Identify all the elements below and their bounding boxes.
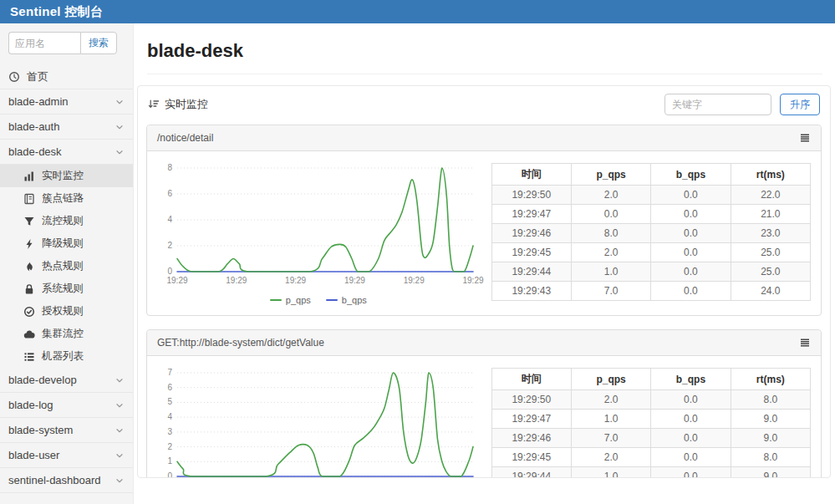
sidebar-item-label: blade-log <box>8 399 115 411</box>
table-row: 19:29:437.00.024.0 <box>491 282 810 301</box>
table-cell: 9.0 <box>731 429 810 448</box>
svg-text:6: 6 <box>167 189 172 198</box>
top-header: Sentinel 控制台 <box>0 0 835 23</box>
svg-text:19:29: 19:29 <box>404 276 425 285</box>
sidebar-item-blade-system[interactable]: blade-system <box>0 418 133 443</box>
sidebar-item-blade-develop[interactable]: blade-develop <box>0 368 133 393</box>
resource-panels: /notice/detail 0246819:2919:2919:2919:29… <box>138 125 830 478</box>
sidebar-item-label: 集群流控 <box>42 327 125 341</box>
sidebar-item-label: blade-auth <box>8 120 115 133</box>
table-cell: 0.0 <box>651 205 731 224</box>
table-cell: 1.0 <box>571 410 650 429</box>
table-header-cell: 时间 <box>491 164 571 186</box>
table-cell: 0.0 <box>651 467 731 479</box>
table-row: 19:29:470.00.021.0 <box>491 205 810 224</box>
chevron-down-icon <box>115 400 125 410</box>
sidebar-item-blade-desk[interactable]: blade-desk <box>0 140 133 165</box>
table-header-cell: b_qps <box>651 164 731 186</box>
legend-marker <box>270 299 282 301</box>
filter-icon <box>23 216 35 227</box>
app-search-button[interactable]: 搜索 <box>80 32 117 54</box>
table-row: 19:29:452.00.08.0 <box>491 448 810 467</box>
chevron-down-icon <box>115 476 125 486</box>
menu-icon[interactable] <box>799 132 811 144</box>
table-cell: 19:29:44 <box>491 262 571 282</box>
sidebar-item-blade-admin[interactable]: blade-admin <box>0 89 133 115</box>
sidebar-item-authority-rules[interactable]: 授权规则 <box>0 300 133 323</box>
table-cell: 0.0 <box>651 448 731 467</box>
table-header-cell: p_qps <box>571 164 650 186</box>
table-header-cell: rt(ms) <box>731 164 810 186</box>
sidebar-item-sentinel-dashboard[interactable]: sentinel-dashboard <box>0 468 133 493</box>
svg-text:0: 0 <box>167 471 172 478</box>
metrics-table: 时间p_qpsb_qpsrt(ms)19:29:502.00.022.019:2… <box>491 163 811 301</box>
svg-text:8: 8 <box>167 163 172 172</box>
sidebar-item-blade-log[interactable]: blade-log <box>0 393 133 418</box>
bolt-icon <box>23 238 35 250</box>
chevron-down-icon <box>115 425 125 435</box>
app-search-group: 搜索 <box>8 32 125 54</box>
table-cell: 8.0 <box>731 448 810 467</box>
sidebar-item-home[interactable]: 首页 <box>0 64 133 89</box>
sidebar-item-degrade-rules[interactable]: 降级规则 <box>0 232 133 255</box>
svg-text:19:29: 19:29 <box>226 276 247 285</box>
menu-icon[interactable] <box>799 337 811 349</box>
sidebar-item-flow-rules[interactable]: 流控规则 <box>0 210 133 232</box>
table-header-cell: p_qps <box>571 369 650 390</box>
table-cell: 2.0 <box>571 390 650 410</box>
title-divider <box>147 74 822 74</box>
legend-label: p_qps <box>286 295 311 305</box>
sidebar-item-system-rules[interactable]: 系统规则 <box>0 277 133 300</box>
list-icon <box>23 351 35 363</box>
sidebar-item-realtime-monitor[interactable]: 实时监控 <box>0 165 133 187</box>
table-cell: 24.0 <box>731 282 810 301</box>
sidebar-item-machine-list[interactable]: 机器列表 <box>0 345 133 368</box>
svg-text:19:29: 19:29 <box>166 276 187 285</box>
sidebar-item-hotspot-rules[interactable]: 热点规则 <box>0 255 133 277</box>
sidebar-item-cluster-flow[interactable]: 集群流控 <box>0 323 133 345</box>
table-cell: 19:29:47 <box>491 410 571 429</box>
sidebar-item-label: 授权规则 <box>42 304 125 318</box>
table-cell: 0.0 <box>651 282 731 301</box>
table-cell: 0.0 <box>651 390 731 410</box>
svg-text:4: 4 <box>167 215 172 224</box>
table-cell: 2.0 <box>571 243 650 262</box>
ascend-button[interactable]: 升序 <box>780 94 820 115</box>
table-cell: 0.0 <box>651 243 731 262</box>
monitor-toolbar: 实时监控 升序 <box>138 86 830 121</box>
table-cell: 19:29:44 <box>491 467 571 479</box>
sidebar-item-label: 实时监控 <box>42 169 125 183</box>
table-cell: 7.0 <box>571 282 650 301</box>
table-header-cell: rt(ms) <box>731 369 810 390</box>
svg-text:19:29: 19:29 <box>462 276 483 285</box>
table-cell: 8.0 <box>731 390 810 410</box>
svg-text:19:29: 19:29 <box>285 276 306 285</box>
table-cell: 19:29:46 <box>491 429 571 448</box>
chevron-down-icon <box>115 451 125 461</box>
table-row: 19:29:502.00.022.0 <box>491 186 810 205</box>
sidebar: 搜索 首页 blade-admin blade-auth blade-desk <box>0 23 134 504</box>
check-circle-icon <box>23 306 35 318</box>
table-cell: 25.0 <box>731 243 810 262</box>
table-cell: 9.0 <box>731 410 810 429</box>
sidebar-item-cluster-link[interactable]: 簇点链路 <box>0 187 133 210</box>
qps-chart: 0123456719:2919:2919:2919:2919:2919:29 p… <box>152 366 485 478</box>
legend-marker <box>326 299 338 301</box>
table-row: 19:29:441.00.025.0 <box>491 262 810 282</box>
keyword-input[interactable] <box>664 94 771 115</box>
svg-text:7: 7 <box>167 368 172 377</box>
table-cell: 19:29:45 <box>491 243 571 262</box>
sidebar-item-label: 首页 <box>27 69 125 84</box>
app-search-input[interactable] <box>8 32 80 54</box>
legend-label: b_qps <box>342 295 367 305</box>
table-cell: 7.0 <box>571 429 650 448</box>
table-cell: 19:29:50 <box>491 186 571 205</box>
legend-item-p_qps: p_qps <box>270 295 311 305</box>
page-title: blade-desk <box>147 40 832 62</box>
sidebar-item-blade-auth[interactable]: blade-auth <box>0 115 133 140</box>
sidebar-item-blade-user[interactable]: blade-user <box>0 443 133 468</box>
table-row: 19:29:452.00.025.0 <box>491 243 810 262</box>
table-cell: 25.0 <box>731 262 810 282</box>
metrics-table-wrap: 时间p_qpsb_qpsrt(ms)19:29:502.00.08.019:29… <box>485 366 812 478</box>
sidebar-item-label: 机器列表 <box>42 349 125 364</box>
